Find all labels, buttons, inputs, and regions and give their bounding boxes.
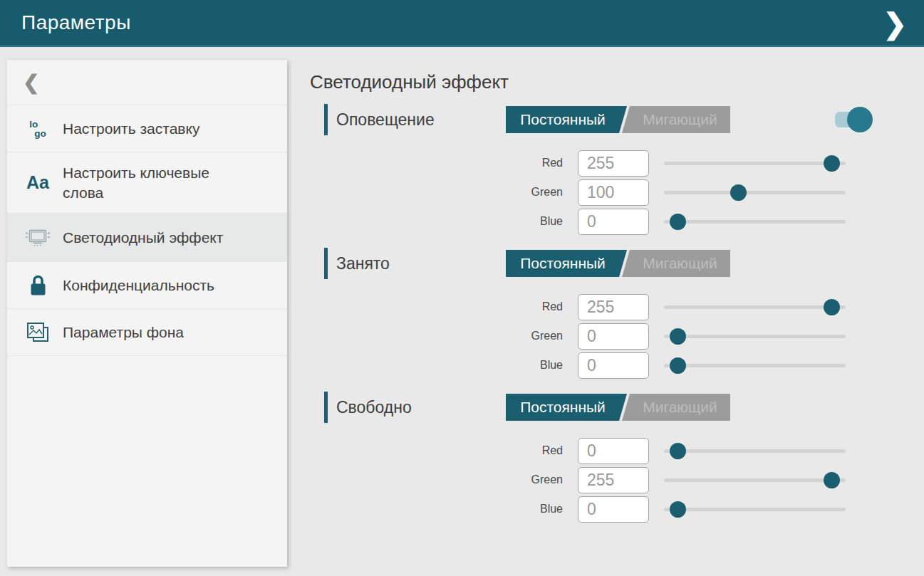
green-value-input[interactable] (578, 467, 649, 493)
forward-chevron-icon[interactable]: ❯ (877, 3, 913, 44)
monitor-led-icon (23, 226, 53, 249)
tab-blinking-label[interactable]: Мигающий (630, 106, 730, 133)
green-slider[interactable] (664, 323, 846, 349)
section-title: Оповещение (336, 110, 506, 130)
slider-track (664, 335, 846, 338)
slider-track (664, 449, 846, 453)
main-content: Светодиодный эффект Оповещение Мигающий … (310, 49, 924, 576)
sidebar-item-background[interactable]: Параметры фона (7, 309, 287, 356)
tab-solid[interactable]: Постоянный (506, 106, 627, 133)
slider-track (664, 191, 846, 194)
section-busy: Занято Мигающий Постоянный Red Green (310, 248, 924, 378)
slider-thumb[interactable] (824, 155, 840, 172)
mode-tabs: Мигающий Постоянный (506, 250, 730, 277)
slider-track (664, 305, 846, 309)
section-accent-bar (324, 104, 328, 135)
text-aa-icon: Aa (23, 172, 53, 193)
green-label: Green (310, 473, 563, 486)
blue-value-input[interactable] (578, 209, 649, 235)
section-accent-bar (324, 248, 328, 279)
app-header: Параметры ❯ (0, 0, 924, 47)
slider-thumb[interactable] (730, 184, 747, 201)
blue-label: Blue (310, 359, 563, 372)
page-title: Светодиодный эффект (310, 71, 924, 93)
red-slider[interactable] (664, 294, 846, 320)
green-row: Green (310, 467, 924, 493)
green-value-input[interactable] (578, 323, 649, 350)
sidebar-item-led-effect[interactable]: Светодиодный эффект (7, 214, 287, 262)
green-value-input[interactable] (578, 179, 649, 206)
tab-solid[interactable]: Постоянный (506, 250, 627, 277)
blue-row: Blue (310, 352, 924, 378)
slider-track (664, 162, 846, 165)
tab-blinking-label[interactable]: Мигающий (630, 250, 730, 277)
alert-toggle-switch[interactable] (835, 105, 873, 134)
red-label: Red (310, 157, 563, 169)
slider-thumb[interactable] (824, 472, 840, 488)
sidebar-item-label: Светодиодный эффект (63, 228, 223, 247)
logo-icon: logo (23, 120, 53, 138)
red-row: Red (310, 150, 924, 176)
image-icon (23, 320, 53, 345)
slider-thumb[interactable] (670, 328, 686, 345)
section-free: Свободно Мигающий Постоянный Red Green (310, 392, 924, 522)
sidebar-back-button[interactable]: ❮ (7, 60, 287, 105)
blue-row: Blue (310, 496, 924, 522)
green-row: Green (310, 179, 924, 205)
mode-tabs: Мигающий Постоянный (506, 394, 730, 421)
red-row: Red (310, 438, 924, 464)
tab-blinking-label[interactable]: Мигающий (630, 394, 730, 421)
red-row: Red (310, 294, 924, 320)
slider-track (664, 220, 846, 224)
tab-solid[interactable]: Постоянный (506, 394, 627, 421)
sidebar-item-label: Настроить заставку (63, 119, 199, 138)
sidebar-item-label: Настроить ключевые слова (63, 163, 234, 202)
toggle-knob (847, 107, 873, 132)
green-slider[interactable] (664, 467, 846, 493)
blue-value-input[interactable] (578, 352, 649, 379)
green-slider[interactable] (664, 179, 846, 205)
green-label: Green (310, 330, 563, 342)
sidebar: ❮ logo Настроить заставку Aa Настроить к… (7, 60, 287, 567)
lock-icon (23, 273, 53, 298)
red-label: Red (310, 300, 563, 313)
app-title: Параметры (21, 11, 131, 34)
slider-thumb[interactable] (670, 214, 686, 230)
section-alert: Оповещение Мигающий Постоянный Red (310, 104, 924, 234)
slider-thumb[interactable] (670, 501, 686, 518)
green-label: Green (310, 186, 563, 199)
blue-label: Blue (310, 215, 563, 228)
section-accent-bar (324, 392, 328, 423)
red-slider[interactable] (664, 438, 846, 464)
sidebar-item-privacy[interactable]: Конфиденциальность (7, 262, 287, 309)
sidebar-item-splash-screen[interactable]: logo Настроить заставку (7, 105, 287, 152)
blue-slider[interactable] (664, 209, 846, 234)
mode-tabs: Мигающий Постоянный (506, 106, 730, 133)
slider-thumb[interactable] (670, 443, 686, 459)
blue-slider[interactable] (664, 496, 846, 522)
back-chevron-icon: ❮ (23, 70, 39, 94)
red-value-input[interactable] (578, 438, 649, 464)
green-row: Green (310, 323, 924, 349)
blue-label: Blue (310, 503, 563, 515)
blue-slider[interactable] (664, 352, 846, 378)
slider-track (664, 478, 846, 482)
slider-track (664, 508, 846, 511)
section-title: Свободно (336, 398, 506, 417)
sidebar-item-label: Конфиденциальность (63, 276, 214, 295)
red-value-input[interactable] (578, 294, 649, 320)
sidebar-item-keywords[interactable]: Aa Настроить ключевые слова (7, 152, 287, 214)
slider-thumb[interactable] (670, 357, 686, 374)
slider-thumb[interactable] (824, 299, 840, 315)
red-slider[interactable] (664, 150, 846, 176)
blue-row: Blue (310, 209, 924, 234)
blue-value-input[interactable] (578, 496, 649, 523)
sidebar-item-label: Параметры фона (63, 323, 184, 342)
section-title: Занято (336, 254, 506, 273)
red-label: Red (310, 444, 563, 457)
slider-track (664, 364, 846, 367)
red-value-input[interactable] (578, 150, 649, 177)
